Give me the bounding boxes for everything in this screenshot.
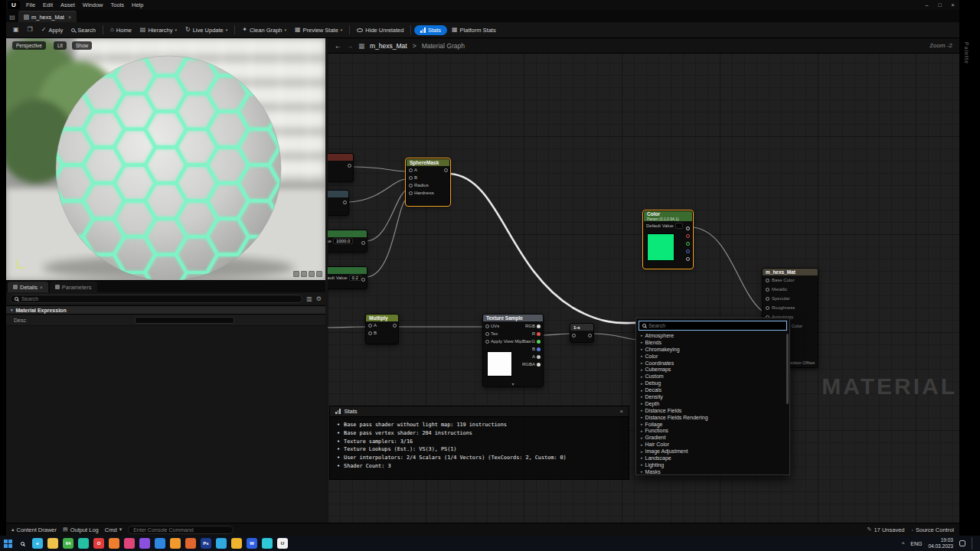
live-update-button[interactable]: ↻Live Update▾	[181, 25, 231, 35]
output-pin[interactable]	[361, 278, 365, 282]
default-value-box[interactable]	[675, 223, 683, 229]
close-button[interactable]: ×	[946, 0, 959, 10]
output-pin[interactable]	[537, 332, 541, 336]
context-menu-item-foliage[interactable]: ▸Foliage	[636, 421, 789, 428]
context-menu-item-distance-fields[interactable]: ▸Distance Fields	[636, 407, 789, 414]
node-clipped-second[interactable]	[328, 190, 349, 216]
platform-stats-button[interactable]: ▦Platform Stats	[448, 25, 500, 35]
taskbar-icon-photoshop[interactable]: Ps	[201, 538, 211, 549]
context-menu-item-image-adjustment[interactable]: ▸Image Adjustment	[636, 448, 789, 455]
source-control-button[interactable]: ◦Source Control	[911, 527, 954, 533]
output-pin[interactable]	[393, 324, 397, 328]
context-menu-item-debug[interactable]: ▸Debug	[636, 380, 789, 386]
output-pin[interactable]	[537, 363, 541, 367]
preview-state-button[interactable]: ▦Preview State▾	[291, 25, 346, 35]
context-menu-item-chromakeying[interactable]: ▸Chromakeying	[636, 346, 789, 353]
taskbar-icon-app-pink[interactable]	[124, 538, 135, 549]
collapse-chevron-icon[interactable]: ▾	[511, 381, 514, 386]
input-pin[interactable]	[766, 288, 769, 292]
taskbar-icon-app-purple[interactable]	[139, 538, 150, 549]
hide-unrelated-button[interactable]: Hide Unrelated	[353, 25, 407, 35]
output-pin[interactable]	[537, 324, 541, 328]
maximize-button[interactable]: □	[933, 0, 946, 10]
input-pin[interactable]	[485, 332, 489, 336]
menu-item-help[interactable]: Help	[128, 2, 147, 8]
material-preview-viewport[interactable]: Perspective Lit Show	[6, 38, 325, 280]
search-button[interactable]: Search	[67, 25, 100, 35]
console-command-box[interactable]	[128, 526, 234, 534]
viewport-option-icon[interactable]	[309, 271, 315, 277]
output-pin[interactable]	[537, 355, 541, 359]
input-pin[interactable]	[368, 324, 372, 328]
taskbar-icon-word[interactable]: W	[247, 538, 257, 549]
context-menu-item-coordinates[interactable]: ▸Coordinates	[636, 360, 789, 367]
node-sphere-mask[interactable]: SphereMask ABRadiusHardness	[406, 158, 450, 206]
context-menu-item-depth[interactable]: ▸Depth	[636, 400, 789, 407]
taskbar-icon-edge[interactable]: e	[32, 538, 43, 549]
context-menu-item-custom[interactable]: ▸Custom	[636, 373, 789, 380]
taskbar-icon-firefox[interactable]	[170, 538, 181, 549]
node-one-minus[interactable]: 1-x	[570, 323, 594, 343]
node-multiply[interactable]: Multiply AB	[365, 314, 399, 344]
output-pin[interactable]	[686, 227, 690, 230]
input-pin[interactable]	[368, 331, 372, 335]
grid-view-icon[interactable]: ▥	[306, 295, 312, 302]
tab-close-icon[interactable]: ×	[40, 285, 43, 290]
tray-caret[interactable]: ^	[902, 541, 904, 546]
taskbar-icon-telegram[interactable]	[216, 538, 227, 549]
context-menu-item-decals[interactable]: ▸Decals	[636, 386, 789, 393]
menu-item-file[interactable]: File	[22, 2, 39, 8]
input-pin[interactable]	[485, 324, 489, 328]
home-button[interactable]: ⌂Home	[106, 25, 136, 35]
param-value[interactable]: 0.2	[349, 275, 361, 281]
input-pin[interactable]	[485, 340, 489, 344]
viewport-lit-button[interactable]: Lit	[54, 41, 67, 50]
input-pin[interactable]	[572, 334, 576, 337]
context-menu-search-input[interactable]	[648, 323, 783, 328]
output-pin[interactable]	[444, 168, 448, 172]
content-drawer-button[interactable]: ▴Content Drawer	[11, 527, 57, 533]
context-menu-item-density[interactable]: ▸Density	[636, 393, 789, 400]
context-menu-item-lighting[interactable]: ▸Lighting	[636, 461, 789, 468]
console-command-input[interactable]	[133, 527, 228, 533]
context-menu-item-gradient[interactable]: ▸Gradient	[636, 434, 789, 441]
menu-item-edit[interactable]: Edit	[39, 2, 57, 8]
dock-sidebar-icon[interactable]: ▤	[6, 12, 18, 22]
context-menu-item-atmosphere[interactable]: ▸Atmosphere	[636, 332, 789, 339]
tab-details[interactable]: Details ×	[8, 282, 48, 292]
stats-panel-header[interactable]: Stats ×	[330, 406, 629, 417]
output-pin[interactable]	[686, 257, 690, 261]
output-pin[interactable]	[686, 249, 690, 253]
output-pin[interactable]	[361, 241, 365, 245]
input-pin[interactable]	[766, 279, 769, 282]
node-scalar-param-hardness[interactable]: Default Value 0.2	[328, 266, 368, 289]
context-menu-item-functions[interactable]: ▸Functions	[636, 427, 789, 434]
taskbar-icon-app-teal[interactable]	[78, 538, 89, 549]
node-clipped-top[interactable]	[328, 153, 354, 182]
node-texture-sample[interactable]: Texture Sample UVsTexApply View MipBias …	[482, 314, 544, 387]
save-button[interactable]: ▣	[9, 25, 23, 34]
hierarchy-button[interactable]: ▤Hierarchy▾	[136, 25, 181, 35]
taskbar-icon-app-orange[interactable]	[109, 538, 119, 549]
tab-m-hexs-mat[interactable]: m_hexs_Mat ×	[18, 11, 77, 22]
taskbar-icon-app-cyan[interactable]	[262, 538, 273, 549]
breadcrumb-asset[interactable]: m_hexs_Mat	[370, 42, 407, 50]
context-menu-item-landscape[interactable]: ▸Landscape	[636, 455, 789, 461]
breadcrumb-page[interactable]: Material Graph	[422, 42, 465, 50]
menu-item-asset[interactable]: Asset	[57, 2, 79, 8]
output-pin[interactable]	[343, 201, 347, 204]
output-pin[interactable]	[537, 340, 541, 344]
context-menu-item-blends[interactable]: ▸Blends	[636, 339, 789, 346]
unsaved-indicator[interactable]: ✎17 Unsaved	[867, 527, 905, 533]
node-scalar-param-radius[interactable]: Value 1000.0	[328, 230, 368, 253]
input-pin[interactable]	[409, 184, 413, 187]
taskbar-icon-app-64[interactable]: 64	[63, 538, 74, 549]
tab-parameters[interactable]: Parameters	[50, 282, 97, 292]
context-menu-item-color[interactable]: ▸Color	[636, 353, 789, 360]
viewport-show-button[interactable]: Show	[72, 41, 92, 50]
maximize-viewport-icon[interactable]	[316, 271, 322, 277]
material-graph-canvas[interactable]: MATERIAL SphereMask ABRadiusHardness	[328, 38, 959, 523]
param-value[interactable]: 1000.0	[333, 238, 353, 244]
context-menu-item-distance-fields-rendering[interactable]: ▸Distance Fields Rendering	[636, 414, 789, 421]
clock[interactable]: 19:03 04.03.2023	[928, 537, 953, 549]
